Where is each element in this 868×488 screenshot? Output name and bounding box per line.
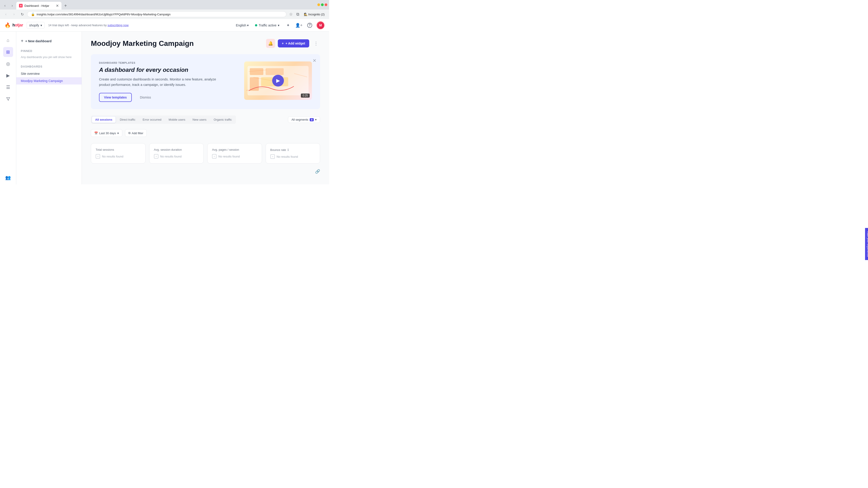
traffic-label: Traffic active [258,24,276,27]
share-link-button[interactable]: 🔗 [315,169,320,174]
metrics-grid: Total sessions ✕ No results found Avg. s… [91,143,320,164]
dashboards-section: Dashboards Site overview Moodjoy Marketi… [16,65,82,85]
sidebar-item-surveys[interactable]: ☰ [3,82,13,92]
alert-button[interactable]: 🔔 [266,39,275,48]
incognito-button[interactable]: 🕵 Incognito (2) [302,12,327,17]
new-feature-icon-button[interactable]: ✦ [284,21,292,29]
tab-close-button[interactable]: ✕ [56,4,59,8]
address-bar: ‹ › ↻ 🔒 insights.hotjar.com/sites/381499… [0,9,329,19]
extensions-icon[interactable]: ⧉ [296,11,300,18]
header-actions: 🔔 + + Add widget ⋮ [266,39,320,48]
tab-favicon: H [19,4,23,7]
sidebar-item-dashboards[interactable]: ⊞ [3,47,13,57]
metric-no-results-bounce-rate: ✕ No results found [270,154,315,159]
add-widget-button[interactable]: + + Add widget [278,39,309,47]
lang-chevron-icon: ▾ [247,24,249,27]
date-chevron-icon: ▾ [117,131,119,135]
dismiss-button[interactable]: Dismiss [135,93,156,102]
play-button[interactable]: ▶ [272,75,284,87]
traffic-status[interactable]: Traffic active ▾ [253,23,281,28]
new-dashboard-label: + New dashboard [25,39,52,43]
no-results-icon: ✕ [96,154,100,159]
close-icon: ✕ [313,58,316,63]
new-tab-button[interactable]: + [62,2,69,9]
tab-title: Dashboard - Hotjar [24,4,54,7]
banner-label: DASHBOARD TEMPLATES [99,61,235,64]
language-selector[interactable]: English ▾ [234,23,250,28]
metric-card-avg-session-duration: Avg. session duration ✕ No results found [149,143,204,164]
date-range-label: Last 30 days [99,131,116,135]
invite-icon-button[interactable]: 👤+ [295,21,303,29]
more-icon: ⋮ [314,41,318,46]
back-nav-button[interactable]: ‹ [3,11,9,18]
user-avatar[interactable]: M [316,21,324,29]
metric-card-bounce-rate: Bounce rate ℹ ✕ No results found [266,143,320,164]
preview-timer: 0:25 [301,94,310,98]
incognito-icon: 🕵 [304,13,307,16]
more-options-button[interactable]: ⋮ [312,39,320,47]
banner-preview: ▶ 0:25 [244,61,312,100]
segment-tab-organic-traffic[interactable]: Organic traffic [211,116,235,123]
minimize-button[interactable] [317,3,320,6]
hotjar-logo[interactable]: 🔥 hotjar [4,22,23,28]
site-selector-chevron-icon: ▾ [40,24,42,27]
site-selector[interactable]: shopify ▾ [27,22,44,29]
tab-back-button[interactable]: ‹ [2,2,8,9]
tab-forward-button[interactable]: › [9,2,16,9]
banner-close-button[interactable]: ✕ [313,58,316,63]
segment-tab-mobile-users[interactable]: Mobile users [165,116,188,123]
active-tab[interactable]: H Dashboard - Hotjar ✕ [16,2,61,9]
sidebar-item-users[interactable]: 👥 [3,173,13,183]
add-icon: + [282,41,284,45]
metric-label-bounce-rate: Bounce rate ℹ [270,148,315,152]
banner-title: A dashboard for every occasion [99,66,235,73]
metric-no-results-total-sessions: ✕ No results found [96,154,141,159]
refresh-button[interactable]: ↻ [19,11,25,18]
dashboards-section-title: Dashboards [16,65,82,68]
forward-nav-button[interactable]: › [11,11,17,18]
segment-tab-all-sessions[interactable]: All sessions [92,116,116,123]
add-filter-button[interactable]: ⧉ Add filter [125,129,147,137]
bookmark-icon[interactable]: ☆ [288,11,293,18]
view-templates-button[interactable]: View templates [99,93,132,102]
filter-bar: All sessions Direct traffic Error occurr… [91,116,320,124]
sidebar-item-funnels[interactable] [3,94,13,104]
maximize-button[interactable] [321,3,324,6]
segment-tab-new-users[interactable]: New users [189,116,210,123]
segment-tab-direct-traffic[interactable]: Direct traffic [117,116,138,123]
address-bar-icons: ☆ ⧉ 🕵 Incognito (2) [288,11,327,18]
metric-card-total-sessions: Total sessions ✕ No results found [91,143,146,164]
no-results-icon-3: ✕ [212,154,217,159]
no-results-icon-4: ✕ [270,154,275,159]
help-icon-button[interactable]: ? [306,21,314,29]
sidebar-item-home[interactable]: ⌂ [3,35,13,45]
banner-actions: View templates Dismiss [99,93,235,102]
plus-icon: + [21,38,24,43]
metric-no-results-avg-pages: ✕ No results found [212,154,257,159]
main-content: Moodjoy Marketing Campaign 🔔 + + Add wid… [82,32,329,184]
segment-tab-error-occurred[interactable]: Error occurred [140,116,164,123]
dashboard-title: Moodjoy Marketing Campaign [91,39,266,48]
close-button[interactable] [324,3,327,6]
date-range-button[interactable]: 📅 Last 30 days ▾ [91,129,122,137]
template-banner: DASHBOARD TEMPLATES A dashboard for ever… [91,54,320,109]
sidebar: ⌂ ⊞ ◎ ▶ ☰ 👥 → [0,32,16,184]
dashboard-item-moodjoy[interactable]: Moodjoy Marketing Campaign [16,77,82,85]
no-results-icon-2: ✕ [154,154,158,159]
all-segments-label: All segments [291,118,308,121]
trial-notice: 14 trial days left - keep advanced featu… [48,24,230,27]
traffic-active-dot [255,24,257,26]
sidebar-item-insights[interactable]: ◎ [3,59,13,69]
segment-tabs: All sessions Direct traffic Error occurr… [91,116,236,124]
url-text: insights.hotjar.com/sites/3814994/dashbo… [37,13,170,16]
banner-description: Create and customize dashboards in secon… [99,76,217,88]
calendar-icon: 📅 [94,131,98,135]
trial-link[interactable]: subscribing now [107,24,129,27]
url-bar[interactable]: 🔒 insights.hotjar.com/sites/3814994/dash… [27,11,286,17]
all-segments-button[interactable]: All segments 8 ▾ [288,116,320,123]
sidebar-item-recordings[interactable]: ▶ [3,70,13,80]
new-dashboard-button[interactable]: + + New dashboard [16,36,82,46]
dashboard-item-site-overview[interactable]: Site overview [16,70,82,77]
dashboard-header: Moodjoy Marketing Campaign 🔔 + + Add wid… [91,39,320,48]
bounce-rate-info-icon[interactable]: ℹ [287,148,289,152]
